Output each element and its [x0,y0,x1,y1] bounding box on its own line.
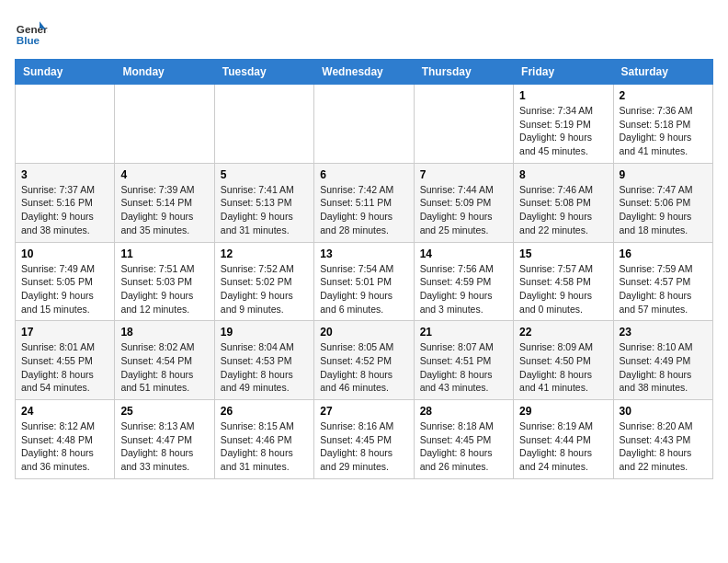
day-info: Sunrise: 8:13 AM Sunset: 4:47 PM Dayligh… [120,419,208,474]
day-number: 27 [320,405,407,418]
calendar-cell: 24Sunrise: 8:12 AM Sunset: 4:48 PM Dayli… [16,400,115,479]
day-info: Sunrise: 7:59 AM Sunset: 4:57 PM Dayligh… [620,262,707,316]
logo: General Blue [15,15,48,48]
day-info: Sunrise: 7:41 AM Sunset: 5:13 PM Dayligh… [221,183,308,237]
calendar-cell: 4Sunrise: 7:39 AM Sunset: 5:14 PM Daylig… [115,163,214,242]
day-info: Sunrise: 7:52 AM Sunset: 5:02 PM Dayligh… [221,262,308,316]
calendar-week-row: 3Sunrise: 7:37 AM Sunset: 5:16 PM Daylig… [16,163,713,242]
day-info: Sunrise: 8:09 AM Sunset: 4:50 PM Dayligh… [519,340,607,395]
day-info: Sunrise: 8:12 AM Sunset: 4:48 PM Dayligh… [21,419,108,474]
calendar-cell: 13Sunrise: 7:54 AM Sunset: 5:01 PM Dayli… [314,242,414,321]
calendar-cell: 16Sunrise: 7:59 AM Sunset: 4:57 PM Dayli… [613,242,712,321]
day-number: 21 [420,326,507,339]
day-info: Sunrise: 8:02 AM Sunset: 4:54 PM Dayligh… [120,340,208,395]
calendar-cell: 15Sunrise: 7:57 AM Sunset: 4:58 PM Dayli… [514,242,613,321]
calendar-week-row: 17Sunrise: 8:01 AM Sunset: 4:55 PM Dayli… [16,321,713,400]
calendar-cell [115,85,214,164]
day-number: 8 [519,168,607,181]
calendar-cell [16,85,115,164]
day-info: Sunrise: 7:51 AM Sunset: 5:03 PM Dayligh… [120,262,208,316]
day-info: Sunrise: 7:47 AM Sunset: 5:06 PM Dayligh… [620,183,707,237]
day-info: Sunrise: 7:49 AM Sunset: 5:05 PM Dayligh… [21,262,108,316]
calendar-cell: 20Sunrise: 8:05 AM Sunset: 4:52 PM Dayli… [314,321,414,400]
header-thursday: Thursday [414,60,513,85]
day-info: Sunrise: 7:57 AM Sunset: 4:58 PM Dayligh… [519,262,607,316]
calendar-header-row: SundayMondayTuesdayWednesdayThursdayFrid… [16,60,713,85]
day-number: 9 [620,168,707,181]
day-info: Sunrise: 7:36 AM Sunset: 5:18 PM Dayligh… [620,104,707,158]
calendar-cell: 7Sunrise: 7:44 AM Sunset: 5:09 PM Daylig… [414,163,513,242]
calendar-cell: 18Sunrise: 8:02 AM Sunset: 4:54 PM Dayli… [115,321,214,400]
calendar-week-row: 10Sunrise: 7:49 AM Sunset: 5:05 PM Dayli… [16,242,713,321]
calendar-cell [414,85,513,164]
calendar-cell: 14Sunrise: 7:56 AM Sunset: 4:59 PM Dayli… [414,242,513,321]
day-number: 2 [620,89,707,102]
day-number: 22 [519,326,607,339]
header-monday: Monday [115,60,214,85]
day-info: Sunrise: 7:46 AM Sunset: 5:08 PM Dayligh… [519,183,607,237]
calendar-cell: 22Sunrise: 8:09 AM Sunset: 4:50 PM Dayli… [514,321,613,400]
calendar-week-row: 24Sunrise: 8:12 AM Sunset: 4:48 PM Dayli… [16,400,713,479]
day-number: 15 [519,247,607,260]
day-number: 30 [620,405,707,418]
calendar-cell: 25Sunrise: 8:13 AM Sunset: 4:47 PM Dayli… [115,400,214,479]
day-number: 29 [519,405,607,418]
calendar-cell: 2Sunrise: 7:36 AM Sunset: 5:18 PM Daylig… [613,85,712,164]
day-info: Sunrise: 8:07 AM Sunset: 4:51 PM Dayligh… [420,340,507,395]
day-number: 25 [120,405,208,418]
day-info: Sunrise: 8:15 AM Sunset: 4:46 PM Dayligh… [221,419,308,474]
calendar-cell: 3Sunrise: 7:37 AM Sunset: 5:16 PM Daylig… [16,163,115,242]
day-info: Sunrise: 7:54 AM Sunset: 5:01 PM Dayligh… [320,262,407,316]
calendar-cell: 1Sunrise: 7:34 AM Sunset: 5:19 PM Daylig… [514,85,613,164]
day-info: Sunrise: 8:04 AM Sunset: 4:53 PM Dayligh… [221,340,308,395]
calendar-cell [314,85,414,164]
day-info: Sunrise: 8:20 AM Sunset: 4:43 PM Dayligh… [620,419,707,474]
day-info: Sunrise: 8:05 AM Sunset: 4:52 PM Dayligh… [320,340,407,395]
day-number: 17 [21,326,108,339]
day-info: Sunrise: 7:39 AM Sunset: 5:14 PM Dayligh… [120,183,208,237]
day-number: 16 [620,247,707,260]
calendar-cell: 5Sunrise: 7:41 AM Sunset: 5:13 PM Daylig… [214,163,313,242]
calendar-cell: 17Sunrise: 8:01 AM Sunset: 4:55 PM Dayli… [16,321,115,400]
day-number: 19 [221,326,308,339]
day-number: 18 [120,326,208,339]
day-number: 4 [120,168,208,181]
header-tuesday: Tuesday [214,60,313,85]
calendar-cell: 26Sunrise: 8:15 AM Sunset: 4:46 PM Dayli… [214,400,313,479]
day-info: Sunrise: 7:56 AM Sunset: 4:59 PM Dayligh… [420,262,507,316]
day-number: 3 [21,168,108,181]
calendar-cell: 23Sunrise: 8:10 AM Sunset: 4:49 PM Dayli… [613,321,712,400]
header-sunday: Sunday [16,60,115,85]
day-number: 26 [221,405,308,418]
day-info: Sunrise: 8:01 AM Sunset: 4:55 PM Dayligh… [21,340,108,395]
day-info: Sunrise: 7:44 AM Sunset: 5:09 PM Dayligh… [420,183,507,237]
day-number: 7 [420,168,507,181]
day-info: Sunrise: 8:10 AM Sunset: 4:49 PM Dayligh… [620,340,707,395]
calendar-cell: 12Sunrise: 7:52 AM Sunset: 5:02 PM Dayli… [214,242,313,321]
header-saturday: Saturday [613,60,712,85]
day-number: 10 [21,247,108,260]
header-wednesday: Wednesday [314,60,414,85]
day-number: 12 [221,247,308,260]
day-number: 23 [620,326,707,339]
day-number: 5 [221,168,308,181]
day-number: 13 [320,247,407,260]
day-info: Sunrise: 8:18 AM Sunset: 4:45 PM Dayligh… [420,419,507,474]
calendar-cell: 30Sunrise: 8:20 AM Sunset: 4:43 PM Dayli… [613,400,712,479]
calendar-cell: 28Sunrise: 8:18 AM Sunset: 4:45 PM Dayli… [414,400,513,479]
calendar-cell: 29Sunrise: 8:19 AM Sunset: 4:44 PM Dayli… [514,400,613,479]
day-info: Sunrise: 7:42 AM Sunset: 5:11 PM Dayligh… [320,183,407,237]
calendar-cell: 8Sunrise: 7:46 AM Sunset: 5:08 PM Daylig… [514,163,613,242]
day-number: 28 [420,405,507,418]
day-info: Sunrise: 7:37 AM Sunset: 5:16 PM Dayligh… [21,183,108,237]
day-number: 24 [21,405,108,418]
logo-icon: General Blue [15,15,48,48]
day-info: Sunrise: 7:34 AM Sunset: 5:19 PM Dayligh… [519,104,607,158]
day-number: 14 [420,247,507,260]
header-friday: Friday [514,60,613,85]
day-number: 6 [320,168,407,181]
day-number: 1 [519,89,607,102]
calendar-cell: 6Sunrise: 7:42 AM Sunset: 5:11 PM Daylig… [314,163,414,242]
calendar-cell: 21Sunrise: 8:07 AM Sunset: 4:51 PM Dayli… [414,321,513,400]
calendar-cell [214,85,313,164]
